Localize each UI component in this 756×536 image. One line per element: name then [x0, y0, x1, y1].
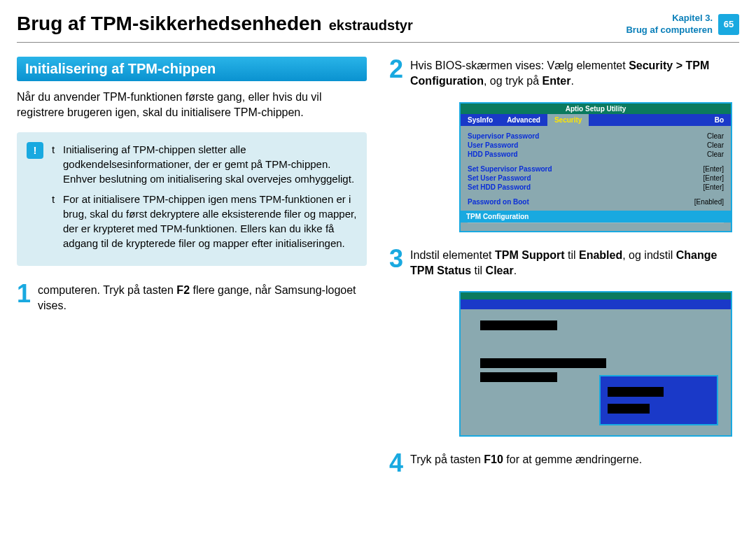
bios-screenshot-1: Aptio Setup Utility SysInfo Advanced Sec…: [459, 102, 732, 232]
intro-text: Når du anvender TPM-funktionen første ga…: [17, 90, 367, 121]
notice-item-2: For at initialisere TPM-chippen igen men…: [63, 192, 357, 251]
step-3-text: Indstil elementet TPM Support til Enable…: [410, 246, 739, 279]
chapter-line1: Kapitel 3.: [626, 13, 713, 24]
bios-screenshot-2: [459, 291, 732, 437]
step-1-text: computeren. Tryk på tasten F2 flere gang…: [38, 281, 367, 314]
page-title: Brug af TPM-sikkerhedsenheden: [17, 13, 322, 35]
bios-tab-sysinfo: SysInfo: [461, 114, 500, 126]
redacted-line: [480, 358, 606, 368]
right-column: 2 Hvis BIOS-skærmen vises: Vælg elemente…: [389, 57, 739, 489]
step-2: 2 Hvis BIOS-skærmen vises: Vælg elemente…: [389, 57, 739, 90]
page-subtitle: ekstraudstyr: [329, 17, 413, 34]
section-heading: Initialisering af TPM-chippen: [17, 57, 367, 81]
step-4: 4 Tryk på tasten F10 for at gemme ændrin…: [389, 451, 739, 476]
chapter-info: Kapitel 3. Brug af computeren: [626, 13, 713, 36]
notice-box: ! t Initialisering af TPM-chippen slette…: [17, 132, 367, 266]
bios-title: Aptio Setup Utility: [461, 104, 731, 114]
bios-popup: [599, 375, 718, 425]
step-2-text: Hvis BIOS-skærmen vises: Vælg elementet …: [410, 57, 739, 90]
bios-selected-row: TPM Configuration: [461, 211, 731, 223]
step-4-text: Tryk på tasten F10 for at gemme ændringe…: [410, 451, 642, 476]
step-1: 1 computeren. Tryk på tasten F2 flere ga…: [17, 281, 367, 314]
bios-tab-advanced: Advanced: [500, 114, 547, 126]
bios-tab-boot: Bo: [708, 114, 731, 126]
step-number: 2: [389, 57, 403, 90]
bullet: t: [52, 142, 57, 186]
step-number: 4: [389, 451, 403, 476]
left-column: Initialisering af TPM-chippen Når du anv…: [17, 57, 367, 489]
page-number: 65: [718, 14, 739, 35]
bios-body: Supervisor PasswordClear User PasswordCl…: [461, 126, 731, 231]
redacted-line: [608, 404, 650, 414]
page-header: Brug af TPM-sikkerhedsenheden ekstraudst…: [17, 13, 739, 43]
bios-tabs: SysInfo Advanced Security Bo: [461, 114, 731, 126]
chapter-line2: Brug af computeren: [626, 24, 713, 36]
redacted-line: [608, 387, 664, 397]
redacted-line: [480, 372, 557, 382]
alert-icon: !: [27, 142, 43, 159]
step-3: 3 Indstil elementet TPM Support til Enab…: [389, 246, 739, 279]
redacted-line: [480, 320, 557, 330]
step-number: 3: [389, 246, 403, 279]
bios-tab-security: Security: [547, 114, 589, 126]
bullet: t: [52, 192, 57, 251]
notice-item-1: Initialisering af TPM-chippen sletter al…: [63, 142, 357, 186]
step-number: 1: [17, 281, 31, 314]
